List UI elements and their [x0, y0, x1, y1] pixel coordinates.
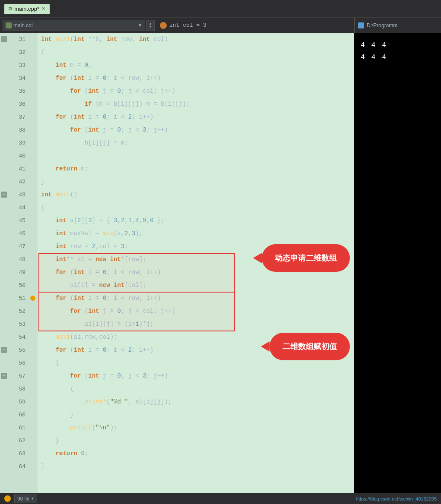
- gutter-row-51[interactable]: [28, 292, 38, 305]
- line-number-45: 45: [0, 214, 28, 227]
- annotation-bubble-1: 动态申请二维数组: [262, 244, 350, 272]
- status-url: https://blog.csdn.net/weixin_40162095: [356, 496, 437, 501]
- gutter-row-35: [28, 85, 38, 98]
- gutter-row-62: [28, 434, 38, 447]
- gutter-row-58: [28, 382, 38, 395]
- gutter-row-42: [28, 175, 38, 188]
- bubble-pointer-2: [261, 341, 270, 352]
- file-selector[interactable]: main.col ▼: [3, 20, 145, 31]
- line-number-55: −55: [0, 343, 28, 356]
- console-val-1-3: 4: [382, 41, 386, 49]
- fold-marker-31[interactable]: −: [1, 36, 7, 42]
- code-line-64: }: [41, 460, 354, 473]
- console-val-1-1: 4: [361, 41, 365, 49]
- line-number-59: 59: [0, 395, 28, 408]
- console-val-2-1: 4: [361, 54, 365, 61]
- code-line-46: int maxVal = max(a,2,3);: [41, 227, 354, 240]
- file-selector-text: main.col: [13, 22, 136, 28]
- location-bar: int col = 3: [160, 22, 206, 29]
- gutter-row-40: [28, 149, 38, 162]
- console-row-1: 4 4 4: [361, 39, 435, 51]
- console-val-2-3: 4: [382, 54, 386, 61]
- main-layout: −31 32 33 34 35 36 37 38 39 40 41 42 −43…: [0, 33, 441, 493]
- nav-arrows[interactable]: ▲ ▼: [146, 20, 155, 31]
- fold-marker-55[interactable]: −: [1, 347, 7, 353]
- gutter-row-39: [28, 136, 38, 149]
- gutter-row-34: [28, 72, 38, 85]
- line-number-42: 42: [0, 175, 28, 188]
- breakpoint-icon: [30, 296, 35, 301]
- code-line-32: {: [41, 46, 354, 59]
- gutter-row-52: [28, 305, 38, 318]
- code-line-31: int max1(int **b, int row, int col): [41, 33, 354, 46]
- status-bar: 90 % ▼ https://blog.csdn.net/weixin_4016…: [0, 493, 441, 504]
- code-line-52: for (int j = 0; j < col; j++): [41, 305, 354, 318]
- gutter-row-37: [28, 110, 38, 123]
- right-header-text: D:\Programm: [367, 22, 397, 28]
- fold-marker-43[interactable]: −: [1, 192, 7, 198]
- gutter-row-41: [28, 162, 38, 175]
- code-editor[interactable]: −31 32 33 34 35 36 37 38 39 40 41 42 −43…: [0, 33, 354, 493]
- gutter-row-61: [28, 421, 38, 434]
- line-number-43: −43: [0, 188, 28, 201]
- line-number-51: 51: [0, 292, 28, 305]
- code-line-45: int a[2][3] = { 3,2,1,4,9,0 };: [41, 214, 354, 227]
- gutter-row-55: [28, 343, 38, 356]
- line-number-36: 36: [0, 98, 28, 110]
- code-line-53: a1[i][j] = (i+1)*j;: [41, 318, 354, 331]
- code-line-44: {: [41, 201, 354, 214]
- line-numbers: −31 32 33 34 35 36 37 38 39 40 41 42 −43…: [0, 33, 28, 493]
- line-number-31: −31: [0, 33, 28, 46]
- console-val-2-2: 4: [371, 54, 376, 61]
- console-row-2: 4 4 4: [361, 51, 435, 63]
- nav-bar: main.col ▼ ▲ ▼ int col = 3 D:\Programm: [0, 17, 441, 33]
- code-line-39: b[i][j] = m;: [41, 136, 354, 149]
- line-number-61: 61: [0, 421, 28, 434]
- line-number-57: −57: [0, 369, 28, 382]
- gutter-row-43: [28, 188, 38, 201]
- code-line-51: for (int i = 0; i < row; i++): [41, 292, 354, 305]
- code-content[interactable]: int max1(int **b, int row, int col) { in…: [38, 33, 354, 493]
- location-icon: [160, 22, 167, 29]
- code-line-50: a1[i] = new int[col];: [41, 279, 354, 292]
- line-number-52: 52: [0, 305, 28, 318]
- code-line-43: int main(): [41, 188, 354, 201]
- line-number-58: 58: [0, 382, 28, 395]
- gutter-row-47: [28, 240, 38, 253]
- line-number-60: 60: [0, 408, 28, 421]
- gutter-row-63: [28, 447, 38, 460]
- gutter-row-64: [28, 460, 38, 473]
- code-line-40: [41, 149, 354, 162]
- line-number-39: 39: [0, 136, 28, 149]
- code-line-37: for (int i = 0; i < 2; i++): [41, 110, 354, 123]
- gutter-row-46: [28, 227, 38, 240]
- fold-marker-57[interactable]: −: [1, 373, 7, 379]
- line-number-56: 56: [0, 356, 28, 369]
- right-console: 4 4 4 4 4 4: [354, 33, 441, 493]
- code-line-36: if (m < b[i][j]) m = b[i][j];: [41, 98, 354, 110]
- line-number-35: 35: [0, 85, 28, 98]
- code-line-38: for (int j = 0; j < 3; j++): [41, 123, 354, 136]
- line-number-63: 63: [0, 447, 28, 460]
- annotation-bubble-2: 二维数组赋初值: [270, 333, 350, 360]
- code-line-59: printf("%d ", a1[i][j]);: [41, 395, 354, 408]
- editor-tab[interactable]: ⊞ main.cpp* ×: [4, 4, 50, 14]
- gutter-row-49: [28, 266, 38, 279]
- gutter-row-38: [28, 123, 38, 136]
- line-number-40: 40: [0, 149, 28, 162]
- line-number-64: 64: [0, 460, 28, 473]
- gutter-row-36: [28, 98, 38, 110]
- code-line-41: return m;: [41, 162, 354, 175]
- line-number-47: 47: [0, 240, 28, 253]
- code-line-34: for (int i = 0; i < row; i++): [41, 72, 354, 85]
- line-number-49: 49: [0, 266, 28, 279]
- gutter-row-57: [28, 369, 38, 382]
- line-number-48: 48: [0, 253, 28, 266]
- tab-filename: main.cpp*: [14, 6, 39, 12]
- location-text: int col = 3: [169, 22, 206, 28]
- line-number-37: 37: [0, 110, 28, 123]
- scroll-indicator-icon: [4, 495, 11, 502]
- tab-close-icon[interactable]: ×: [42, 6, 45, 12]
- zoom-selector[interactable]: 90 % ▼: [14, 495, 37, 503]
- gutter-row-50: [28, 279, 38, 292]
